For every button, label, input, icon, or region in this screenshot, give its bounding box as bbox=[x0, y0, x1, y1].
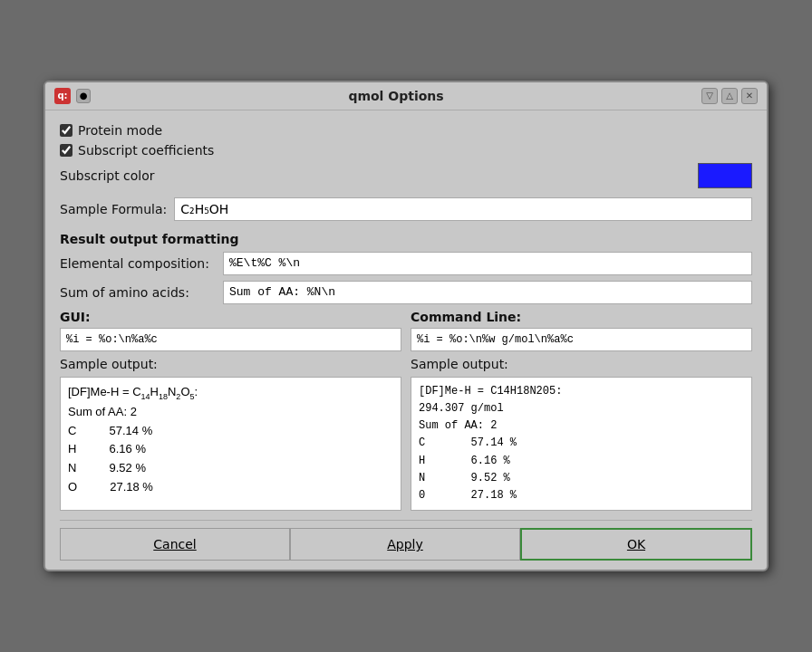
sample-left-aa: Sum of AA: 2 bbox=[68, 405, 137, 418]
sum-aa-input[interactable] bbox=[223, 281, 752, 304]
cancel-label: Cancel bbox=[153, 537, 196, 551]
sample-output-label-left: Sample output: bbox=[60, 357, 401, 371]
maximize-button[interactable]: △ bbox=[721, 88, 738, 104]
subscript-coeff-row: Subscript coefficients bbox=[60, 143, 752, 158]
gui-header: GUI: bbox=[60, 310, 401, 324]
elemental-comp-label: Elemental composition: bbox=[60, 256, 223, 271]
cmdline-col: Command Line: bbox=[411, 310, 752, 351]
cmdline-header: Command Line: bbox=[411, 310, 752, 324]
sample-left-h: H 6.16 % bbox=[68, 442, 146, 455]
sum-aa-label: Sum of amino acids: bbox=[60, 285, 223, 300]
sample-formula-input[interactable] bbox=[174, 197, 752, 221]
close-icon: ✕ bbox=[746, 91, 753, 101]
gui-format-input[interactable] bbox=[60, 328, 401, 351]
sample-formula-label: Sample Formula: bbox=[60, 202, 167, 216]
sample-left-c: C 57.14 % bbox=[68, 424, 152, 437]
cmdline-format-input[interactable] bbox=[411, 328, 752, 351]
sample-outputs: [DF]Me-H = C14H18N2O5: Sum of AA: 2 C 57… bbox=[60, 377, 752, 511]
sample-formula-row: Sample Formula: bbox=[60, 197, 752, 221]
sample-output-left: [DF]Me-H = C14H18N2O5: Sum of AA: 2 C 57… bbox=[60, 377, 401, 511]
ok-button[interactable]: OK bbox=[520, 528, 752, 561]
sample-left-formula: [DF]Me-H = C14H18N2O5: bbox=[68, 385, 198, 398]
window-close-small-button[interactable]: ● bbox=[76, 89, 91, 103]
button-row: Cancel Apply OK bbox=[60, 520, 752, 561]
cancel-button[interactable]: Cancel bbox=[60, 528, 290, 561]
protein-mode-label: Protein mode bbox=[78, 123, 162, 138]
dialog-content: Protein mode Subscript coefficients Subs… bbox=[45, 110, 767, 570]
subscript-color-label: Subscript color bbox=[60, 168, 155, 183]
format-cols: GUI: Command Line: bbox=[60, 310, 752, 351]
sample-left-o: O 27.18 % bbox=[68, 480, 153, 494]
close-small-icon: ● bbox=[80, 91, 88, 101]
title-bar: q: ● qmol Options ▽ △ ✕ bbox=[45, 82, 767, 110]
sample-right-content: [DF]Me-H = C14H18N205:294.307 g/molSum o… bbox=[419, 385, 562, 502]
elemental-comp-input[interactable] bbox=[223, 252, 752, 275]
minimize-button[interactable]: ▽ bbox=[701, 88, 718, 104]
sample-output-labels: Sample output: Sample output: bbox=[60, 357, 752, 375]
subscript-coeff-checkbox[interactable] bbox=[60, 144, 72, 157]
protein-mode-row: Protein mode bbox=[60, 123, 752, 138]
subscript-color-row: Subscript color bbox=[60, 163, 752, 188]
dialog-title: qmol Options bbox=[91, 89, 701, 103]
sum-aa-row: Sum of amino acids: bbox=[60, 281, 752, 304]
protein-mode-checkbox[interactable] bbox=[60, 124, 72, 137]
result-output-title: Result output formatting bbox=[60, 232, 752, 246]
ok-label: OK bbox=[627, 537, 645, 551]
sample-output-label-right: Sample output: bbox=[411, 357, 752, 371]
apply-button[interactable]: Apply bbox=[290, 528, 520, 561]
elemental-comp-row: Elemental composition: bbox=[60, 252, 752, 275]
dialog-window: q: ● qmol Options ▽ △ ✕ Protein mode bbox=[44, 81, 768, 571]
title-bar-left: q: ● bbox=[54, 88, 91, 104]
sample-left-n: N 9.52 % bbox=[68, 461, 146, 475]
close-button[interactable]: ✕ bbox=[741, 88, 758, 104]
apply-label: Apply bbox=[387, 537, 423, 551]
subscript-coeff-label: Subscript coefficients bbox=[78, 143, 214, 158]
gui-col: GUI: bbox=[60, 310, 401, 351]
app-icon: q: bbox=[54, 88, 71, 104]
title-bar-controls: ▽ △ ✕ bbox=[701, 88, 758, 104]
maximize-icon: △ bbox=[726, 91, 733, 101]
minimize-icon: ▽ bbox=[706, 91, 713, 101]
subscript-color-swatch[interactable] bbox=[698, 163, 752, 188]
sample-output-right: [DF]Me-H = C14H18N205:294.307 g/molSum o… bbox=[411, 377, 752, 511]
